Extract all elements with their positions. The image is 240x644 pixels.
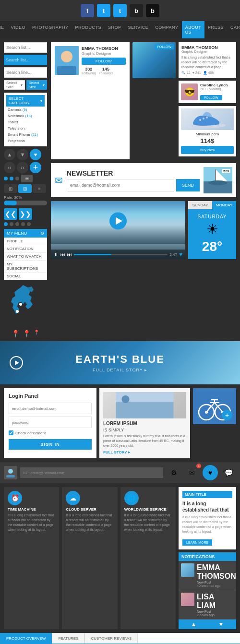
social5-icon[interactable]: b — [146, 4, 159, 17]
learn-more-button[interactable]: LEARN MORE — [182, 539, 212, 546]
weather-monday[interactable]: MONDAY — [212, 201, 236, 209]
nav-company[interactable]: COMPANY — [152, 21, 181, 38]
gear-button[interactable]: ⚙ — [166, 465, 181, 480]
arrow-left[interactable]: ❮❮ — [4, 208, 17, 220]
nav-dot-3[interactable] — [15, 222, 19, 226]
earths-blue-play-button[interactable] — [10, 356, 23, 370]
menu-social[interactable]: SOCIAL — [4, 273, 47, 280]
weather-sunday[interactable]: SUNDAY — [188, 201, 212, 209]
full-story-link[interactable]: FULL STORY ▸ — [103, 450, 186, 454]
svg-point-1 — [16, 310, 19, 313]
category-header[interactable]: SELECT CATEGORY ▾ — [6, 95, 45, 107]
follow-button[interactable]: FOLLOW — [82, 58, 126, 65]
follow-overlay-button[interactable]: FOLLOW — [155, 44, 174, 49]
menu-profile[interactable]: PROFILE — [4, 238, 47, 245]
nav-dot-1[interactable] — [4, 222, 8, 226]
caroline-follow-button[interactable]: FOLLOW — [200, 95, 222, 100]
nav-video[interactable]: VIDEO — [8, 21, 29, 38]
menu-subscriptions[interactable]: MY SUBSCRIPTIONS — [4, 261, 47, 273]
newsletter-form: SEND — [67, 179, 200, 191]
nav-home[interactable]: HOME — [0, 21, 8, 38]
nav-dot-5[interactable] — [27, 222, 31, 226]
nav-about[interactable]: ABOUT US — [182, 21, 204, 38]
next-icon[interactable]: ⏭ — [67, 252, 72, 257]
ctrl-down[interactable]: ▼ — [17, 149, 28, 160]
video-heart-icon[interactable]: ♥ — [179, 251, 182, 258]
emma-card: EMMA THOMSON Graphic Designer It is a lo… — [179, 42, 236, 78]
arrow-right[interactable]: ❯❯ — [19, 208, 32, 220]
info-card-time-machine: ⏰ TIME MACHINE It is a long established … — [4, 487, 59, 629]
category-projection[interactable]: Projection — [6, 138, 45, 144]
emma-notif-text: EMMA THOMSON New Post 40 seconds ago — [197, 563, 236, 587]
category-tablet[interactable]: Tablet — [6, 119, 45, 125]
select-size-2[interactable]: Select Size ▾ — [26, 80, 48, 90]
video-progress-bar[interactable] — [74, 254, 168, 255]
shoe-price: 114$ — [181, 137, 234, 144]
rect-btn-1[interactable]: ⊞ — [4, 184, 17, 193]
rect-btn-3[interactable]: ≡ — [33, 184, 46, 193]
bike-plus-button[interactable]: + — [222, 410, 232, 420]
mail-button[interactable]: ✉ 3 — [184, 465, 200, 480]
tab-product-overview[interactable]: PRODUCT OVERVEW — [0, 633, 52, 644]
social4-icon[interactable]: b — [130, 4, 143, 17]
tab-customer-reviews[interactable]: CUSTOMER REVIEWS — [84, 633, 138, 644]
heart-button[interactable]: ♥ — [203, 465, 218, 480]
bike-card: + — [193, 388, 236, 458]
facebook-icon[interactable]: f — [81, 4, 94, 17]
category-camera[interactable]: Camera (9) — [6, 107, 45, 113]
icon-box: ✉ — [21, 175, 33, 182]
nav-dot-4[interactable] — [21, 222, 25, 226]
ctrl-next[interactable]: ›› — [17, 162, 28, 173]
weather-main: SATURDAY ☀ 28° — [188, 209, 236, 259]
nav-career[interactable]: CAREER — [227, 21, 240, 38]
notif-arrow-down[interactable]: ▼ — [218, 621, 224, 628]
category-smartphone[interactable]: Smart Phone (21) — [6, 131, 45, 138]
twitter2-icon[interactable]: t — [113, 4, 127, 17]
notif-arrow-up[interactable]: ▲ — [191, 621, 197, 628]
ctrl-plus[interactable]: + — [30, 162, 41, 173]
select-size-1[interactable]: Select Size ▾ — [4, 80, 25, 90]
main-title-label: MAIN TITLE — [182, 491, 232, 498]
login-password-input[interactable] — [9, 417, 92, 428]
cloud-server-text: It is a long established fact that a rea… — [66, 513, 113, 532]
pause-icon[interactable]: ⏸ — [54, 252, 59, 257]
nav-service[interactable]: SERVICE — [124, 21, 152, 38]
ctrl-heart[interactable]: ♥ — [30, 149, 41, 160]
nav-photography[interactable]: PHOTOGRAPHY — [29, 21, 72, 38]
prev-icon[interactable]: ⏮ — [60, 252, 65, 257]
ctrl-prev[interactable]: ‹‹ — [4, 162, 15, 173]
main-title-card: MAIN TITLE It is a long established fact… — [179, 487, 236, 549]
buy-now-button[interactable]: Buy Now — [181, 146, 234, 154]
menu-what-to-watch[interactable]: WHAT TO WHATCH — [4, 253, 47, 261]
newsletter-email-input[interactable] — [67, 179, 174, 191]
login-email-input[interactable] — [9, 403, 92, 414]
category-notebook[interactable]: Notebook (16) — [6, 113, 45, 119]
bottom-info: ⏰ TIME MACHINE It is a long established … — [0, 483, 240, 632]
svg-point-3 — [61, 51, 72, 62]
nav-bar: HOME VIDEO PHOTOGRAPHY PRODUCTS SHOP SER… — [0, 21, 240, 38]
chat-button[interactable]: 💬 — [221, 465, 236, 480]
icon-row-2: ⊞ ⊞ ≡ — [4, 184, 47, 193]
signin-button[interactable]: SIGN IN — [9, 439, 92, 450]
nav-press[interactable]: PRESS — [204, 21, 227, 38]
nav-shop[interactable]: SHOP — [105, 21, 125, 38]
rect-btn-2[interactable]: ⊞ — [18, 184, 32, 193]
ctrl-up[interactable]: ▲ — [4, 149, 15, 160]
play-icon — [116, 217, 122, 225]
menu-notification[interactable]: NOTIFICATION — [4, 245, 47, 253]
settings-icon[interactable]: ⚙ — [40, 231, 44, 236]
twitter-icon[interactable]: t — [97, 4, 110, 17]
newsletter-title: NEWSLETTER — [67, 169, 200, 177]
notification-email: NE: email@hotmail.com — [23, 471, 64, 475]
svg-rect-12 — [215, 169, 216, 181]
avatar-container — [55, 46, 79, 75]
category-television[interactable]: Television — [6, 125, 45, 131]
newsletter-send-button[interactable]: SEND — [176, 179, 200, 191]
check-agreement-checkbox[interactable] — [9, 430, 13, 435]
play-button[interactable] — [109, 213, 127, 230]
nav-dots — [4, 222, 47, 226]
svg-point-7 — [203, 118, 204, 119]
nav-dot-2[interactable] — [10, 222, 13, 226]
nav-products[interactable]: PRODUCTS — [72, 21, 105, 38]
tab-features[interactable]: FEATURES — [52, 633, 84, 644]
